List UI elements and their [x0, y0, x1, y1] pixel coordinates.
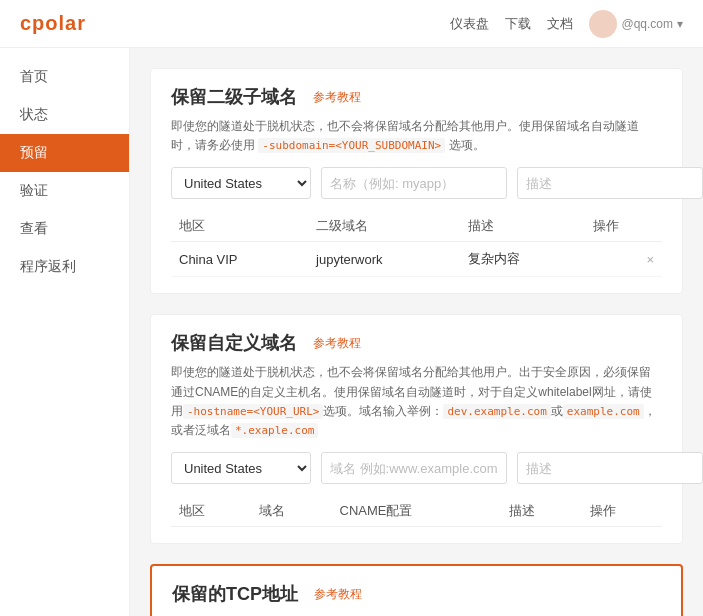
- user-info[interactable]: @qq.com ▾: [589, 10, 683, 38]
- sidebar-item-auth[interactable]: 验证: [0, 172, 129, 210]
- custom-domain-region-select[interactable]: United States: [171, 452, 311, 484]
- subdomain-desc-input[interactable]: [517, 167, 703, 199]
- chevron-down-icon: ▾: [677, 17, 683, 31]
- custom-domain-form: United States 保留: [171, 452, 662, 484]
- tcp-section: 保留的TCP地址 参考教程 可以将保留的TCP地址分配给您的账户，以便方使用TC…: [150, 564, 683, 616]
- nav-download[interactable]: 下载: [505, 15, 531, 33]
- tcp-ref-link[interactable]: 参考教程: [314, 586, 362, 603]
- subdomain-col-action: 操作: [585, 211, 662, 242]
- subdomain-title: 保留二级子域名: [171, 85, 297, 109]
- subdomain-region-select[interactable]: United States: [171, 167, 311, 199]
- avatar: [589, 10, 617, 38]
- subdomain-name-input[interactable]: [321, 167, 507, 199]
- nav-docs[interactable]: 文档: [547, 15, 573, 33]
- subdomain-col-region: 地区: [171, 211, 308, 242]
- topnav: cpolar 仪表盘 下载 文档 @qq.com ▾: [0, 0, 703, 48]
- tcp-section-wrapper: 保留的TCP地址 参考教程 可以将保留的TCP地址分配给您的账户，以便方使用TC…: [150, 564, 683, 616]
- row-desc: 复杂内容: [460, 242, 585, 277]
- custom-domain-ref-link[interactable]: 参考教程: [313, 335, 361, 352]
- custom-domain-title: 保留自定义域名: [171, 331, 297, 355]
- subdomain-col-desc: 描述: [460, 211, 585, 242]
- custom-col-domain: 域名: [251, 496, 331, 527]
- custom-domain-desc-input[interactable]: [517, 452, 703, 484]
- logo: cpolar: [20, 12, 86, 35]
- subdomain-form: United States 保留: [171, 167, 662, 199]
- subdomain-header: 保留二级子域名 参考教程: [171, 85, 662, 109]
- custom-col-region: 地区: [171, 496, 251, 527]
- sidebar-item-home[interactable]: 首页: [0, 58, 129, 96]
- subdomain-col-domain: 二级域名: [308, 211, 460, 242]
- row-delete[interactable]: ×: [585, 242, 662, 277]
- layout: 首页 状态 预留 验证 查看 程序返利 保留二级子域名 参考教程 即使您的隧道处…: [0, 48, 703, 616]
- subdomain-table: 地区 二级域名 描述 操作 China VIP jupyterwork 复杂内容…: [171, 211, 662, 277]
- nav-dashboard[interactable]: 仪表盘: [450, 15, 489, 33]
- sidebar: 首页 状态 预留 验证 查看 程序返利: [0, 48, 130, 616]
- user-email: @qq.com: [621, 17, 673, 31]
- custom-col-desc: 描述: [501, 496, 581, 527]
- topnav-right: 仪表盘 下载 文档 @qq.com ▾: [450, 10, 683, 38]
- custom-domain-header: 保留自定义域名 参考教程: [171, 331, 662, 355]
- custom-col-cname: CNAME配置: [332, 496, 502, 527]
- row-region: China VIP: [171, 242, 308, 277]
- custom-domain-desc: 即使您的隧道处于脱机状态，也不会将保留域名分配给其他用户。出于安全原因，必须保留…: [171, 363, 662, 440]
- custom-col-action: 操作: [582, 496, 662, 527]
- main-content: 保留二级子域名 参考教程 即使您的隧道处于脱机状态，也不会将保留域名分配给其他用…: [130, 48, 703, 616]
- subdomain-desc: 即使您的隧道处于脱机状态，也不会将保留域名分配给其他用户。使用保留域名自动隧道时…: [171, 117, 662, 155]
- tcp-header: 保留的TCP地址 参考教程: [172, 582, 661, 606]
- sidebar-item-status[interactable]: 状态: [0, 96, 129, 134]
- tcp-title: 保留的TCP地址: [172, 582, 298, 606]
- subdomain-section: 保留二级子域名 参考教程 即使您的隧道处于脱机状态，也不会将保留域名分配给其他用…: [150, 68, 683, 294]
- sidebar-item-reserve[interactable]: 预留: [0, 134, 129, 172]
- subdomain-ref-link[interactable]: 参考教程: [313, 89, 361, 106]
- sidebar-item-billing[interactable]: 程序返利: [0, 248, 129, 286]
- row-domain: jupyterwork: [308, 242, 460, 277]
- table-row: China VIP jupyterwork 复杂内容 ×: [171, 242, 662, 277]
- custom-domain-section: 保留自定义域名 参考教程 即使您的隧道处于脱机状态，也不会将保留域名分配给其他用…: [150, 314, 683, 544]
- custom-domain-input[interactable]: [321, 452, 507, 484]
- sidebar-item-monitor[interactable]: 查看: [0, 210, 129, 248]
- custom-domain-table: 地区 域名 CNAME配置 描述 操作: [171, 496, 662, 527]
